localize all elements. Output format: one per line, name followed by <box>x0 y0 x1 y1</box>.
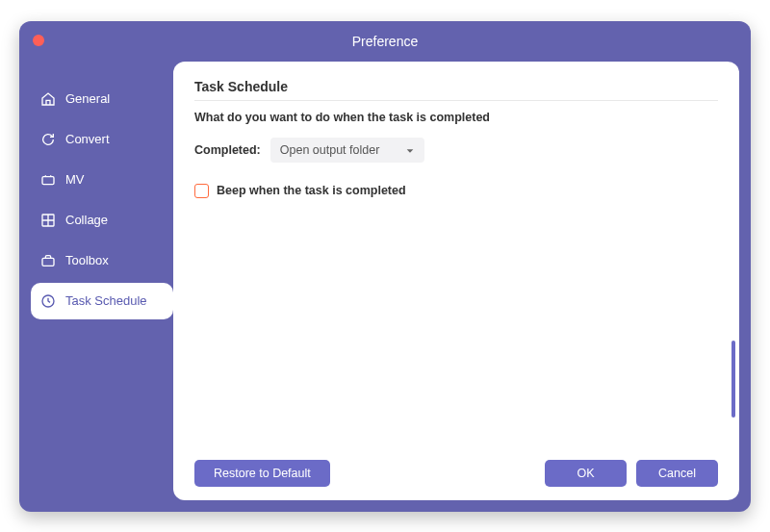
completed-label: Completed: <box>194 143 261 157</box>
beep-row: Beep when the task is completed <box>194 184 718 198</box>
cancel-button[interactable]: Cancel <box>636 460 718 487</box>
chevron-down-icon <box>405 145 415 155</box>
completed-select[interactable]: Open output folder <box>270 138 424 163</box>
sidebar-item-collage[interactable]: Collage <box>19 202 173 239</box>
completed-value: Open output folder <box>280 143 380 157</box>
completed-row: Completed: Open output folder <box>194 138 718 163</box>
clock-icon <box>40 293 56 309</box>
sidebar-item-label: MV <box>65 172 85 187</box>
sidebar-item-task-schedule[interactable]: Task Schedule <box>31 283 173 319</box>
sidebar-item-toolbox[interactable]: Toolbox <box>19 242 173 279</box>
refresh-icon <box>40 132 56 147</box>
scrollbar[interactable] <box>732 341 735 418</box>
collage-icon <box>40 213 56 228</box>
toolbox-icon <box>40 253 56 268</box>
close-icon[interactable] <box>33 35 44 46</box>
sidebar-item-label: Convert <box>65 132 110 146</box>
panel-title: Task Schedule <box>194 79 718 101</box>
panel-subtitle: What do you want to do when the task is … <box>194 111 718 124</box>
mv-icon <box>40 172 56 188</box>
sidebar-item-mv[interactable]: MV <box>19 162 173 198</box>
sidebar-item-general[interactable]: General <box>19 81 173 117</box>
restore-button[interactable]: Restore to Default <box>194 460 330 487</box>
window-title: Preference <box>352 34 418 49</box>
sidebar-item-label: General <box>65 91 110 106</box>
sidebar-item-label: Collage <box>65 213 108 227</box>
sidebar-item-label: Task Schedule <box>65 293 147 308</box>
ok-button[interactable]: OK <box>545 460 627 487</box>
home-icon <box>40 91 56 107</box>
sidebar-item-label: Toolbox <box>65 253 109 267</box>
beep-label: Beep when the task is completed <box>217 184 406 197</box>
sidebar: General Convert MV Collage <box>19 62 173 500</box>
window-body: General Convert MV Collage <box>19 62 751 512</box>
svg-rect-2 <box>42 258 54 266</box>
preference-window: Preference General Convert MV <box>19 21 751 512</box>
content-panel: Task Schedule What do you want to do whe… <box>173 62 739 500</box>
svg-rect-0 <box>42 176 54 184</box>
sidebar-item-convert[interactable]: Convert <box>19 121 173 158</box>
beep-checkbox[interactable] <box>194 184 209 198</box>
titlebar: Preference <box>19 21 751 62</box>
footer: Restore to Default OK Cancel <box>194 460 718 487</box>
